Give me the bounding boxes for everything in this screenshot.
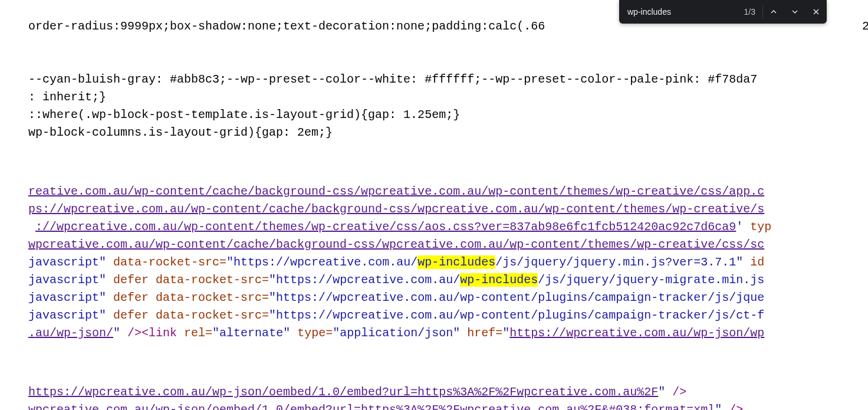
source-link[interactable]: .au/wp-json/	[28, 326, 113, 340]
code-text: rel=	[184, 326, 212, 340]
code-text: "	[502, 326, 509, 340]
find-prev-button[interactable]	[763, 0, 784, 24]
code-text: wp-block-columns.is-layout-grid){gap: 2e…	[28, 126, 333, 139]
source-link[interactable]: wpcreative.com.au/wp-json/oembed/1.0/emb…	[28, 403, 715, 410]
page-source-view: 1/3 order-radius:9999px;box-shadow:none;…	[0, 0, 868, 410]
chevron-down-icon	[790, 7, 800, 17]
find-count: 1/3	[744, 3, 762, 21]
find-input[interactable]	[619, 0, 744, 24]
code-text: href=	[460, 326, 502, 340]
code-text: type=	[290, 326, 333, 340]
code-line: wp-block-columns.is-layout-grid){gap: 2e…	[0, 106, 333, 159]
code-line: order-radius:9999px;box-shadow:none;text…	[0, 0, 545, 53]
code-text: "	[113, 326, 120, 340]
find-bar: 1/3	[619, 0, 827, 24]
source-link[interactable]: https://wpcreative.com.au/wp-json/wp	[509, 326, 764, 340]
code-text: "alternate"	[212, 326, 290, 340]
code-line: .au/wp-json/" /><link rel="alternate" ty…	[0, 307, 764, 360]
close-icon	[811, 7, 821, 17]
code-line: wpcreative.com.au/wp-json/oembed/1.0/emb…	[0, 383, 743, 410]
code-text: --cyan-bluish-gray: #abb8c3;--wp--preset…	[28, 73, 757, 86]
code-text: 2px)	[855, 19, 868, 33]
code-text: order-radius:9999px;box-shadow:none;text…	[28, 19, 545, 33]
code-line: 2px)	[827, 0, 868, 53]
find-close-button[interactable]	[805, 0, 827, 24]
code-text: "application/json"	[333, 326, 460, 340]
code-text: "	[715, 403, 722, 410]
code-text: />	[120, 326, 142, 340]
chevron-up-icon	[769, 7, 778, 17]
find-next-button[interactable]	[784, 0, 805, 24]
code-text: />	[722, 403, 743, 410]
code-text: <link	[142, 326, 184, 340]
